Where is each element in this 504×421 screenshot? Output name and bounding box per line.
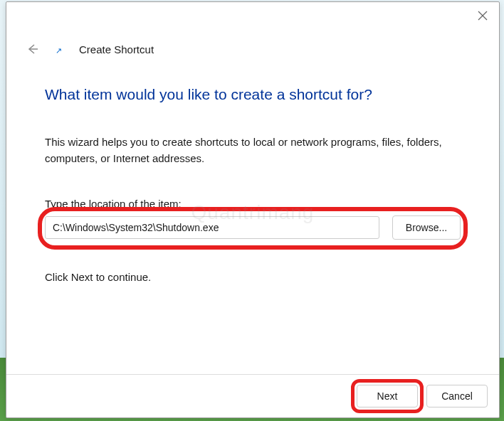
dialog-title: Create Shortcut bbox=[79, 43, 154, 55]
arrow-left-icon bbox=[26, 43, 38, 55]
close-icon bbox=[478, 11, 488, 21]
continue-instruction: Click Next to continue. bbox=[45, 271, 461, 283]
location-input-row: Browse... bbox=[45, 215, 461, 240]
main-heading: What item would you like to create a sho… bbox=[45, 86, 461, 103]
shortcut-icon: ↗ bbox=[53, 46, 63, 55]
create-shortcut-dialog: ↗ Create Shortcut What item would you li… bbox=[6, 1, 500, 418]
dialog-footer: Next Cancel bbox=[6, 374, 499, 417]
header-row: ↗ Create Shortcut bbox=[6, 28, 499, 58]
cancel-button[interactable]: Cancel bbox=[426, 385, 488, 407]
titlebar bbox=[6, 2, 499, 28]
back-button[interactable] bbox=[23, 41, 41, 58]
dialog-content: What item would you like to create a sho… bbox=[6, 58, 499, 374]
next-button-wrapper: Next bbox=[357, 385, 418, 407]
location-label: Type the location of the item: bbox=[45, 198, 461, 210]
next-button[interactable]: Next bbox=[357, 385, 418, 407]
wizard-description: This wizard helps you to create shortcut… bbox=[45, 134, 461, 166]
browse-button[interactable]: Browse... bbox=[392, 215, 461, 240]
close-button[interactable] bbox=[476, 9, 489, 22]
location-input[interactable] bbox=[45, 216, 379, 239]
